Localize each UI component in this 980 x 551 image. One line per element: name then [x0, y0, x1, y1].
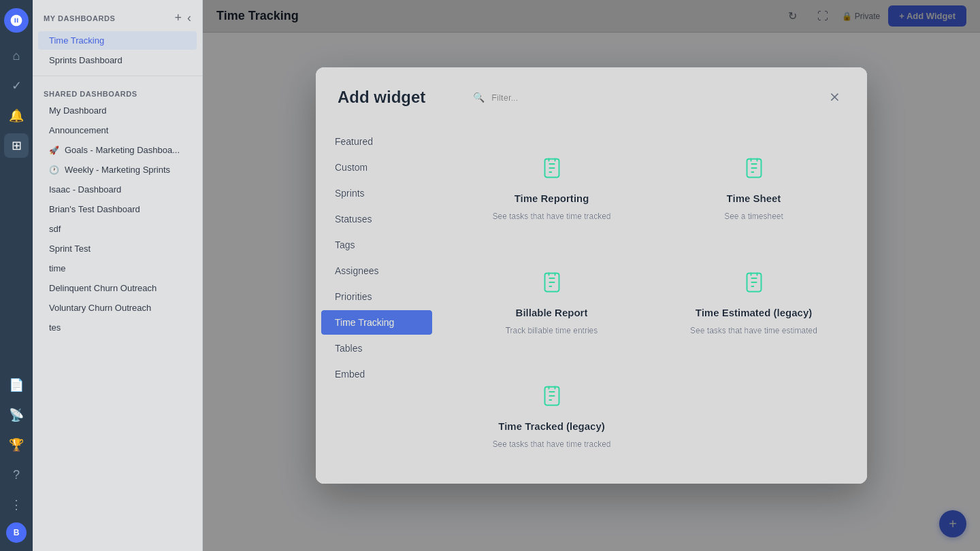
category-featured[interactable]: Featured: [321, 129, 432, 154]
sidebar-item-time-tracking[interactable]: Time Tracking: [38, 31, 197, 50]
home-icon[interactable]: ⌂: [4, 44, 29, 68]
help-icon[interactable]: ?: [4, 463, 29, 487]
category-tags[interactable]: Tags: [321, 233, 432, 257]
sidebar-item-weekly-marketing[interactable]: 🕐 Weekly - Marketing Sprints: [38, 161, 197, 179]
time-tracked-icon: [540, 384, 564, 414]
modal-category-sidebar: Featured Custom Sprints Statuses Tags: [316, 122, 438, 484]
docs-icon[interactable]: 📄: [4, 373, 29, 397]
modal-overlay: Add widget 🔍 ✕ Featured Custom: [203, 0, 980, 551]
clock-icon: 🕐: [49, 165, 59, 175]
sidebar-item-tes[interactable]: tes: [38, 318, 197, 337]
add-widget-modal: Add widget 🔍 ✕ Featured Custom: [316, 67, 867, 484]
sidebar-header: MY DASHBOARDS + ‹: [33, 0, 202, 31]
shared-dashboards-label: SHARED DASHBOARDS: [33, 82, 202, 101]
time-tracked-desc: See tasks that have time tracked: [492, 439, 610, 450]
time-reporting-icon: [540, 156, 564, 186]
sidebar-item-goals-marketing[interactable]: 🚀 Goals - Marketing Dashboa...: [38, 141, 197, 159]
widget-card-time-sheet[interactable]: Time Sheet See a timesheet: [657, 136, 851, 242]
widget-card-time-estimated[interactable]: Time Estimated (legacy) See tasks that h…: [657, 250, 851, 356]
dashboard-icon[interactable]: ⊞: [4, 133, 29, 158]
app-logo[interactable]: [4, 8, 29, 33]
sidebar-item-sprints-dashboard[interactable]: Sprints Dashboard: [38, 51, 197, 69]
user-avatar[interactable]: B: [6, 522, 27, 543]
sprints-dashboard-label: Sprints Dashboard: [49, 55, 122, 65]
widget-card-time-tracked[interactable]: Time Tracked (legacy) See tasks that hav…: [455, 364, 649, 470]
category-sprints[interactable]: Sprints: [321, 181, 432, 205]
time-tracking-label: Time Tracking: [49, 35, 104, 46]
widget-card-billable-report[interactable]: Billable Report Track billable time entr…: [455, 250, 649, 356]
more-icon[interactable]: ⋮: [4, 492, 29, 517]
inbox-icon[interactable]: 🔔: [4, 103, 29, 128]
billable-report-title: Billable Report: [516, 307, 588, 318]
category-statuses[interactable]: Statuses: [321, 207, 432, 231]
filter-input[interactable]: [466, 86, 796, 109]
my-dashboards-label: MY DASHBOARDS: [44, 14, 115, 22]
time-reporting-title: Time Reporting: [514, 193, 589, 204]
rocket-icon: 🚀: [49, 146, 59, 155]
category-priorities[interactable]: Priorities: [321, 284, 432, 309]
sidebar-item-voluntary[interactable]: Voluntary Churn Outreach: [38, 299, 197, 317]
sidebar-item-sdf[interactable]: sdf: [38, 220, 197, 238]
time-tracked-title: Time Tracked (legacy): [498, 420, 604, 432]
time-sheet-title: Time Sheet: [727, 193, 781, 204]
sidebar-divider-1: [33, 76, 202, 76]
time-estimated-icon: [742, 270, 766, 300]
widget-card-time-reporting[interactable]: Time Reporting See tasks that have time …: [455, 136, 649, 242]
time-sheet-desc: See a timesheet: [724, 211, 783, 222]
close-button[interactable]: ✕: [823, 86, 845, 108]
tasks-icon[interactable]: ✓: [4, 73, 29, 98]
category-assignees[interactable]: Assignees: [321, 258, 432, 283]
sidebar: MY DASHBOARDS + ‹ Time Tracking Sprints …: [33, 0, 203, 551]
main-content: Time Tracking ↻ ⛶ 🔒 Private + Add Widget…: [203, 0, 980, 551]
category-tables[interactable]: Tables: [321, 336, 432, 361]
add-dashboard-icon[interactable]: +: [174, 11, 182, 25]
sidebar-item-delinquent[interactable]: Delinquent Churn Outreach: [38, 279, 197, 297]
nav-rail: ⌂ ✓ 🔔 ⊞ 📄 📡 🏆 ? ⋮ B: [0, 0, 33, 551]
widget-cards-grid: Time Reporting See tasks that have time …: [438, 122, 867, 484]
category-time-tracking[interactable]: Time Tracking: [321, 310, 432, 335]
modal-body: Featured Custom Sprints Statuses Tags: [316, 122, 867, 484]
pulse-icon[interactable]: 📡: [4, 403, 29, 427]
sidebar-item-time[interactable]: time: [38, 259, 197, 278]
collapse-sidebar-icon[interactable]: ‹: [187, 11, 191, 25]
time-estimated-desc: See tasks that have time estimated: [690, 325, 817, 337]
modal-title: Add widget: [338, 88, 425, 107]
billable-report-icon: [540, 270, 564, 300]
billable-report-desc: Track billable time entries: [506, 325, 598, 337]
modal-search-container: 🔍: [466, 86, 796, 109]
search-icon: 🔍: [473, 92, 485, 103]
goals-icon[interactable]: 🏆: [4, 433, 29, 457]
sidebar-item-sprint-test[interactable]: Sprint Test: [38, 239, 197, 258]
sidebar-item-my-dashboard[interactable]: My Dashboard: [38, 101, 197, 120]
sidebar-item-announcement[interactable]: Announcement: [38, 121, 197, 139]
category-embed[interactable]: Embed: [321, 362, 432, 386]
category-custom[interactable]: Custom: [321, 155, 432, 180]
sidebar-item-isaac-dashboard[interactable]: Isaac - Dashboard: [38, 180, 197, 199]
time-estimated-title: Time Estimated (legacy): [696, 307, 812, 318]
sidebar-item-brian-test[interactable]: Brian's Test Dashboard: [38, 200, 197, 218]
modal-header: Add widget 🔍 ✕: [316, 67, 867, 122]
time-sheet-icon: [742, 156, 766, 186]
time-reporting-desc: See tasks that have time tracked: [492, 211, 610, 222]
